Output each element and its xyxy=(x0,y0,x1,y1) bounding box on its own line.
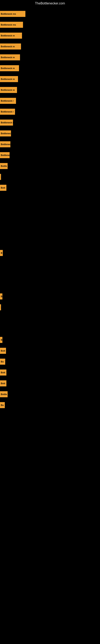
bottleneck-bar-7: Bottleneck re xyxy=(0,76,18,82)
bottleneck-label-8: Bottleneck re xyxy=(1,89,15,91)
bottleneck-bar-13: Bottleneck xyxy=(0,141,10,147)
bottleneck-bar-6: Bottleneck re xyxy=(0,65,19,71)
bottleneck-bar-11: Bottleneck r xyxy=(0,120,13,126)
bottleneck-label-7: Bottleneck re xyxy=(1,78,15,80)
bottleneck-bar-20: | xyxy=(0,304,1,310)
site-title: TheBottlenecker.com xyxy=(0,0,100,7)
bottleneck-bar-27: Bo xyxy=(0,402,5,408)
bottleneck-bar-18: B xyxy=(0,250,3,256)
bottleneck-bar-26: Bottle xyxy=(0,391,8,397)
bottleneck-label-19: B xyxy=(1,295,2,298)
bottleneck-label-12: Bottleneck xyxy=(1,132,11,135)
bottleneck-bar-4: Bottleneck re xyxy=(0,44,21,50)
bottleneck-bar-16: | xyxy=(0,174,1,180)
bottleneck-label-22: Bott xyxy=(1,350,5,352)
bottleneck-bar-3: Bottleneck re xyxy=(0,32,22,39)
bottleneck-bar-17: Bott xyxy=(0,185,6,191)
bottleneck-label-13: Bottleneck xyxy=(1,143,10,146)
bottleneck-label-26: Bottle xyxy=(1,393,7,396)
bottleneck-label-17: Bott xyxy=(1,186,5,189)
bottleneck-label-6: Bottleneck re xyxy=(1,67,15,70)
bottleneck-bar-10: Bottleneck r xyxy=(0,109,15,115)
bottleneck-bar-1: Bottleneck res xyxy=(0,11,25,17)
bottleneck-label-15: Bottle xyxy=(1,165,7,167)
bottleneck-bar-21: B xyxy=(0,337,2,343)
bottleneck-label-10: Bottleneck r xyxy=(1,110,14,113)
bottleneck-bar-9: Bottleneck r xyxy=(0,98,16,104)
bottleneck-bar-23: Bo xyxy=(0,359,5,365)
bottleneck-bar-25: Bott xyxy=(0,380,6,386)
bottleneck-bar-5: Bottleneck re xyxy=(0,54,20,60)
bottleneck-bar-24: Bott xyxy=(0,370,6,376)
bottleneck-bar-14: Bottlenec xyxy=(0,152,10,158)
bottleneck-bar-12: Bottleneck xyxy=(0,130,11,136)
bottleneck-label-14: Bottlenec xyxy=(1,154,10,156)
bottleneck-label-25: Bott xyxy=(1,382,5,384)
bottleneck-label-4: Bottleneck re xyxy=(1,45,15,48)
bottleneck-label-11: Bottleneck r xyxy=(1,121,13,124)
bottleneck-label-18: B xyxy=(1,252,2,254)
bottleneck-bar-19: B xyxy=(0,294,2,300)
bottleneck-bar-2: Bottleneck res xyxy=(0,22,23,28)
bottleneck-label-24: Bott xyxy=(1,371,5,374)
bottleneck-label-23: Bo xyxy=(1,360,4,363)
bottleneck-label-20: | xyxy=(1,306,1,308)
bottleneck-label-16: | xyxy=(1,176,1,178)
bottleneck-bar-22: Bott xyxy=(0,348,6,354)
bottleneck-label-27: Bo xyxy=(1,404,4,406)
bottleneck-label-1: Bottleneck res xyxy=(1,13,16,15)
bottleneck-bar-15: Bottle xyxy=(0,163,8,169)
bottleneck-label-9: Bottleneck r xyxy=(1,100,14,102)
bottleneck-bar-8: Bottleneck re xyxy=(0,87,17,93)
bottleneck-label-3: Bottleneck re xyxy=(1,34,15,37)
bottleneck-label-5: Bottleneck re xyxy=(1,56,15,58)
bottleneck-label-2: Bottleneck res xyxy=(1,24,16,26)
bottleneck-label-21: B xyxy=(1,339,2,341)
